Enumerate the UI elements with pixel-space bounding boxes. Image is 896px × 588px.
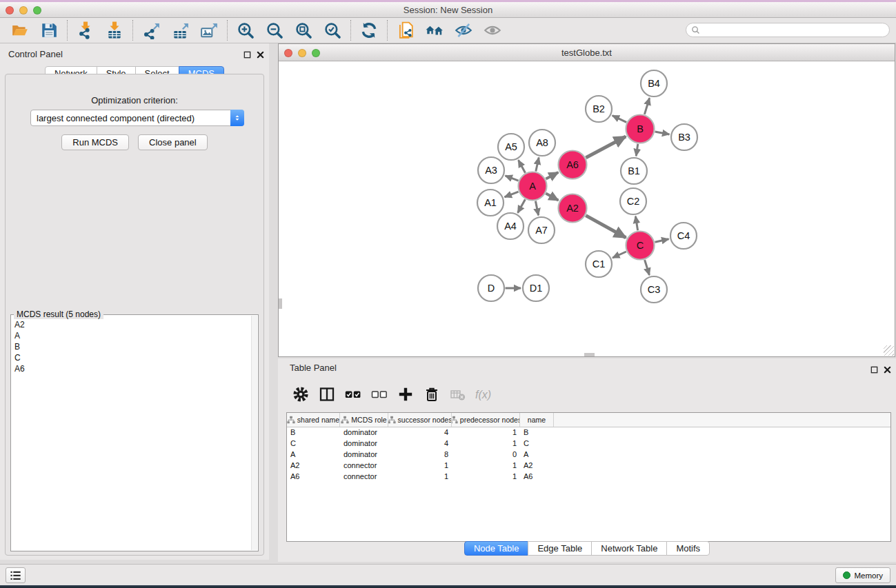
refresh-icon[interactable]	[355, 19, 384, 41]
node-A4[interactable]: A4	[497, 213, 524, 239]
node-A1[interactable]: A1	[477, 190, 504, 216]
edge-A-A8[interactable]	[536, 158, 539, 172]
float-panel-icon[interactable]	[868, 364, 879, 375]
node-D1[interactable]: D1	[523, 275, 549, 301]
table-cell[interactable]: 1	[452, 460, 520, 472]
close-panel-icon[interactable]	[255, 49, 266, 60]
hide-graphics-icon[interactable]	[449, 19, 478, 41]
node-A5[interactable]: A5	[498, 134, 524, 160]
zoom-in-icon[interactable]	[231, 19, 260, 41]
table-cell[interactable]: 1	[452, 438, 520, 449]
mcds-result-item[interactable]: B	[14, 341, 250, 352]
edge-A-A5[interactable]	[519, 160, 526, 172]
node-A2[interactable]: A2	[559, 194, 587, 223]
edge-B-B1[interactable]	[636, 144, 638, 156]
network-zoom-button[interactable]	[312, 49, 320, 57]
edge-A-A4[interactable]	[518, 199, 526, 212]
edge-A-A6[interactable]	[546, 172, 558, 179]
table-cell[interactable]: connector	[340, 460, 388, 472]
edge-C-C4[interactable]	[655, 239, 669, 242]
mcds-result-item[interactable]: A2	[14, 319, 250, 330]
column-header-shared-name[interactable]: shared name	[287, 413, 340, 427]
tab-motifs[interactable]: Motifs	[666, 541, 710, 556]
search-box[interactable]	[686, 23, 890, 37]
export-image-icon[interactable]	[195, 19, 223, 41]
zoom-out-icon[interactable]	[260, 19, 289, 41]
add-column-icon[interactable]	[396, 385, 415, 403]
column-header-predecessor-nodes[interactable]: predecessor nodes	[452, 413, 520, 427]
table-cell[interactable]: A6	[520, 472, 554, 483]
network-close-button[interactable]	[284, 49, 292, 57]
node-A3[interactable]: A3	[478, 157, 504, 183]
table-row[interactable]: A2connector11A2	[287, 460, 890, 472]
table-cell[interactable]: 1	[452, 472, 520, 483]
node-B[interactable]: B	[626, 115, 655, 143]
column-header-name[interactable]: name	[520, 413, 554, 427]
table-row[interactable]: Bdominator41B	[287, 427, 890, 438]
node-B2[interactable]: B2	[586, 96, 612, 122]
edge-A6-B[interactable]	[586, 136, 626, 158]
edge-B-B2[interactable]	[613, 116, 626, 123]
table-cell[interactable]: 1	[388, 460, 452, 472]
table-cell[interactable]: A	[287, 449, 340, 460]
show-graphics-icon[interactable]	[478, 19, 507, 41]
memory-button[interactable]: Memory	[835, 567, 890, 583]
table-cell[interactable]: B	[520, 427, 554, 438]
close-panel-button[interactable]: Close panel	[138, 134, 208, 150]
edge-A2-C[interactable]	[586, 216, 626, 238]
edge-C-C1[interactable]	[613, 252, 626, 258]
close-window-button[interactable]	[6, 6, 14, 14]
mcds-result-item[interactable]: C	[14, 352, 250, 363]
save-session-icon[interactable]	[34, 19, 63, 41]
zoom-fit-icon[interactable]	[289, 19, 318, 41]
network-canvas[interactable]: B4B2BB3A5A8A6B1A3AA1C2A2A4A7C4CC1C3DD1	[279, 62, 895, 356]
table-cell[interactable]: A6	[287, 472, 340, 483]
float-panel-icon[interactable]	[241, 49, 252, 60]
edge-A-A7[interactable]	[535, 201, 538, 216]
mcds-result-item[interactable]: A	[14, 330, 250, 341]
node-A7[interactable]: A7	[528, 217, 555, 243]
table-cell[interactable]: A2	[287, 460, 340, 472]
table-cell[interactable]: C	[520, 438, 554, 449]
minimize-window-button[interactable]	[19, 6, 28, 14]
edge-B-B3[interactable]	[655, 132, 670, 134]
node-C1[interactable]: C1	[586, 251, 612, 277]
run-mcds-button[interactable]: Run MCDS	[61, 134, 129, 150]
export-network-icon[interactable]	[137, 19, 166, 41]
node-B1[interactable]: B1	[621, 158, 647, 184]
node-A[interactable]: A	[519, 172, 547, 201]
node-A6[interactable]: A6	[559, 151, 587, 179]
edge-A-A1[interactable]	[505, 192, 519, 197]
node-B4[interactable]: B4	[641, 70, 667, 97]
mcds-result-item[interactable]: A6	[14, 363, 250, 374]
table-row[interactable]: Cdominator41C	[287, 438, 890, 449]
task-history-button[interactable]	[6, 567, 26, 583]
import-table-icon[interactable]	[100, 19, 129, 41]
edge-C-C2[interactable]	[635, 216, 637, 231]
table-cell[interactable]: B	[287, 427, 340, 438]
edge-C-C3[interactable]	[645, 260, 650, 275]
node-C3[interactable]: C3	[641, 276, 667, 303]
table-cell[interactable]: connector	[340, 472, 388, 483]
network-file-icon[interactable]	[391, 19, 420, 41]
table-cell[interactable]: A	[520, 449, 554, 460]
select-all-icon[interactable]	[344, 385, 362, 403]
tab-node-table[interactable]: Node Table	[464, 541, 529, 556]
result-scrollbar[interactable]	[251, 316, 257, 550]
node-D[interactable]: D	[478, 275, 504, 301]
deselect-all-icon[interactable]	[370, 385, 388, 403]
splitter-handle-vertical[interactable]	[279, 298, 282, 309]
node-C2[interactable]: C2	[620, 188, 646, 214]
resize-grip-icon[interactable]	[884, 345, 894, 356]
table-cell[interactable]: 1	[452, 427, 520, 438]
close-panel-icon[interactable]	[882, 364, 893, 375]
column-header-mcds-role[interactable]: MCDS role	[340, 413, 388, 427]
node-B3[interactable]: B3	[671, 124, 697, 150]
edge-B-B4[interactable]	[644, 98, 649, 114]
export-table-icon[interactable]	[166, 19, 195, 41]
table-row[interactable]: Adominator80A	[287, 449, 890, 460]
edge-A-A3[interactable]	[506, 176, 519, 181]
node-C4[interactable]: C4	[670, 223, 697, 249]
tab-edge-table[interactable]: Edge Table	[528, 541, 592, 556]
column-header-successor-nodes[interactable]: successor nodes	[388, 413, 452, 427]
